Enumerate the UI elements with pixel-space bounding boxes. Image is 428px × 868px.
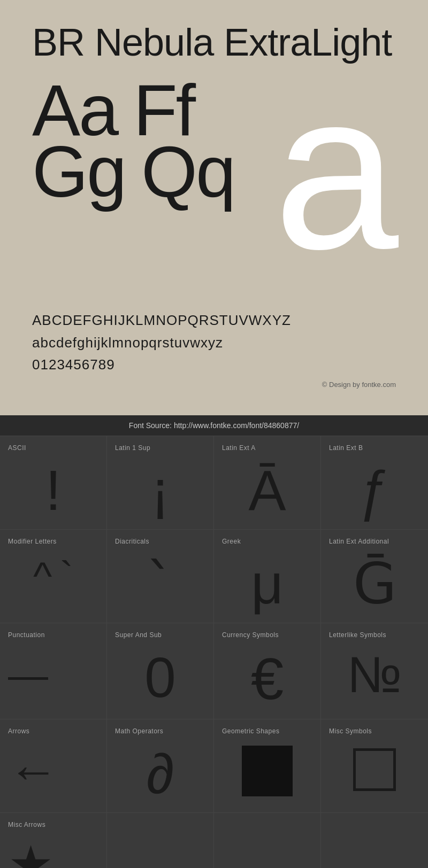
glyph-label-punctuation: Punctuation (8, 631, 45, 639)
glyph-label-geometric: Geometric Shapes (222, 727, 279, 735)
glyph-label-currency: Currency Symbols (222, 631, 279, 639)
specimen-big-a: a (273, 58, 396, 283)
glyph-char-mathoperators: ∂ (147, 746, 174, 802)
glyph-cell-empty2 (214, 813, 321, 868)
glyph-cell-greek: Greek μ (214, 530, 321, 623)
font-source-text: Font Source: http://www.fontke.com/font/… (129, 421, 299, 430)
glyph-cell-empty3 (321, 813, 428, 868)
glyph-label-miscsymbols: Misc Symbols (329, 727, 372, 735)
glyph-label-letterlike: Letterlike Symbols (329, 631, 386, 639)
glyph-char-miscarrows: ★ (8, 839, 54, 868)
glyph-label-miscarrows: Misc Arrows (8, 821, 45, 828)
glyph-char-latinextadd: Ḡ (353, 556, 396, 612)
glyph-cell-diacriticals: Diacriticals ˋ (107, 530, 214, 623)
glyph-label-arrows: Arrows (8, 727, 29, 735)
glyph-char-arrows: ← (8, 746, 59, 796)
glyph-char-geometric (242, 746, 293, 796)
glyph-cell-latinexta: Latin Ext A Ā (214, 436, 321, 530)
font-source-bar: Font Source: http://www.fontke.com/font/… (0, 415, 428, 436)
glyph-cell-ascii: ASCII ! (0, 436, 107, 530)
top-section: BR Nebula ExtraLight Aa Ff Gg Qq a ABCDE… (0, 0, 428, 415)
specimen-qq: Qq (141, 136, 234, 208)
glyph-char-ascii: ! (45, 462, 61, 518)
glyph-cell-currency: Currency Symbols € (214, 623, 321, 719)
glyph-cell-letterlike: Letterlike Symbols № (321, 623, 428, 719)
glyph-cell-miscsymbols: Misc Symbols (321, 719, 428, 813)
specimen-gg: Gg (32, 136, 125, 208)
glyph-char-miscsymbols (353, 748, 396, 791)
digits: 0123456789 (32, 354, 396, 376)
glyph-char-currency: € (251, 649, 284, 708)
glyph-cell-empty1 (107, 813, 214, 868)
glyph-char-latinexta: Ā (248, 462, 286, 518)
glyph-cell-latin1sup: Latin 1 Sup ¡ (107, 436, 214, 530)
glyph-label-superandsub: Super And Sub (115, 631, 162, 639)
alphabet-upper: ABCDEFGHIJKLMNOPQRSTUVWXYZ (32, 309, 396, 332)
glyph-cell-modifier: Modifier Letters ^ ` (0, 530, 107, 623)
glyph-char-latin1sup: ¡ (151, 462, 170, 518)
glyph-label-latinexta: Latin Ext A (222, 444, 256, 452)
glyph-label-latin1sup: Latin 1 Sup (115, 444, 150, 452)
glyph-char-punctuation: — (8, 655, 48, 695)
alphabet-section: ABCDEFGHIJKLMNOPQRSTUVWXYZ abcdefghijklm… (32, 309, 396, 399)
glyph-char-greek: μ (251, 556, 284, 612)
glyph-cell-superandsub: Super And Sub 0 (107, 623, 214, 719)
glyph-char-letterlike: № (347, 649, 402, 700)
glyph-char-diacriticals: ˋ (146, 556, 174, 612)
glyph-label-modifier: Modifier Letters (8, 538, 57, 545)
glyph-section: ASCII ! Latin 1 Sup ¡ Latin Ext A Ā Lati… (0, 436, 428, 868)
glyph-label-latinextadd: Latin Ext Additional (329, 538, 389, 545)
glyph-label-latinextb: Latin Ext B (329, 444, 363, 452)
glyph-cell-mathoperators: Math Operators ∂ (107, 719, 214, 813)
glyph-cell-geometric: Geometric Shapes (214, 719, 321, 813)
glyph-char-latinextb: ƒ (359, 462, 390, 518)
glyph-char-superandsub: 0 (144, 649, 175, 706)
glyph-cell-arrows: Arrows ← (0, 719, 107, 813)
copyright-text: © Design by fontke.com (32, 381, 396, 389)
glyph-cell-miscarrows: Misc Arrows ★ (0, 813, 107, 868)
glyph-grid: ASCII ! Latin 1 Sup ¡ Latin Ext A Ā Lati… (0, 436, 428, 868)
glyph-label-mathoperators: Math Operators (115, 727, 163, 735)
alphabet-lower: abcdefghijklmnopqrstuvwxyz (32, 332, 396, 354)
glyph-label-ascii: ASCII (8, 444, 26, 452)
glyph-label-greek: Greek (222, 538, 241, 545)
glyph-label-diacriticals: Diacriticals (115, 538, 149, 545)
glyph-cell-punctuation: Punctuation — (0, 623, 107, 719)
glyph-cell-latinextadd: Latin Ext Additional Ḡ (321, 530, 428, 623)
glyph-chars-modifier: ^ ` (33, 556, 73, 596)
glyph-cell-latinextb: Latin Ext B ƒ (321, 436, 428, 530)
